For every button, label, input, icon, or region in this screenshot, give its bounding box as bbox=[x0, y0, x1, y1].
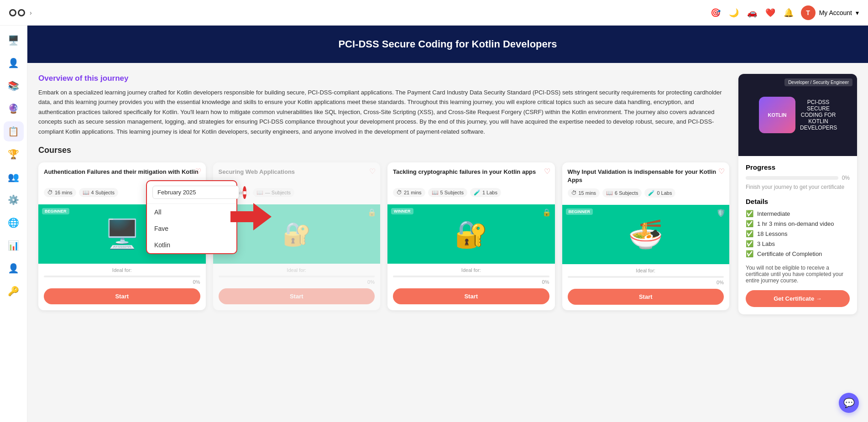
progress-bg-3 bbox=[393, 276, 549, 277]
sidebar: 🖥️ 👤 📚 🔮 📋 🏆 👥 ⚙️ 🌐 📊 👤 🔑 bbox=[0, 26, 27, 325]
logo-circle-left bbox=[9, 9, 16, 16]
favorite-icon-4[interactable]: ♡ bbox=[718, 167, 725, 176]
lock-icon-2: 🔒 bbox=[367, 208, 376, 217]
favorite-icon-1[interactable]: ♡ bbox=[195, 167, 201, 176]
subjects-pill-2: 📖 — Subjects bbox=[253, 188, 294, 197]
progress-bg-2 bbox=[219, 276, 375, 277]
courses-grid: ♡ Authentication Failures and their miti… bbox=[38, 162, 729, 310]
progress-pct-1: 0% bbox=[44, 279, 200, 285]
labs-pill-3: 🧪 1 Labs bbox=[470, 188, 501, 197]
subjects-label-2: — Subjects bbox=[265, 190, 291, 195]
ideal-label-2: Ideal for: bbox=[219, 267, 375, 273]
card-title-3: Tackling cryptographic failures in your … bbox=[393, 168, 549, 184]
moon-icon[interactable]: 🌙 bbox=[728, 7, 740, 19]
dropdown-header: ■ bbox=[147, 181, 236, 204]
hero-title: PCI-DSS Secure Coding for Kotlin Develop… bbox=[338, 38, 557, 50]
sidebar-item-community[interactable]: 👥 bbox=[4, 167, 24, 187]
subjects-pill-4: 📖 6 Subjects bbox=[602, 188, 642, 198]
date-filter-input[interactable] bbox=[152, 186, 239, 199]
sidebar-item-profile[interactable]: 👤 bbox=[4, 53, 24, 73]
account-avatar: T bbox=[801, 5, 816, 20]
filter-option-kotlin[interactable]: Kotlin bbox=[147, 237, 236, 253]
sidebar-item-auth[interactable]: 🔑 bbox=[4, 281, 24, 301]
start-button-1[interactable]: Start bbox=[44, 288, 200, 304]
card-title-2: Securing Web Applications bbox=[219, 168, 375, 184]
sidebar-item-dashboard[interactable]: 🖥️ bbox=[4, 30, 24, 50]
lab-icon-4: 🧪 bbox=[648, 190, 655, 196]
filter-option-fave[interactable]: Fave bbox=[147, 220, 236, 237]
detail-item-4: ✅ 3 Labs bbox=[746, 240, 850, 247]
target-icon[interactable]: 🎯 bbox=[710, 7, 722, 19]
panel-hero-tag: Developer / Security Engineer bbox=[784, 78, 852, 86]
ideal-label-4: Ideal for: bbox=[568, 268, 724, 273]
shield-icon-4: 🛡️ bbox=[716, 208, 726, 217]
nav-expand-arrow[interactable]: › bbox=[30, 9, 32, 16]
lock-icon-3: 🔒 bbox=[542, 208, 551, 217]
favorite-icon-3[interactable]: ♡ bbox=[544, 167, 550, 176]
hero-banner: PCI-DSS Secure Coding for Kotlin Develop… bbox=[27, 26, 868, 63]
favorite-icon-2[interactable]: ♡ bbox=[369, 167, 376, 176]
sidebar-item-account[interactable]: 👤 bbox=[4, 258, 24, 278]
close-icon: ■ bbox=[243, 189, 246, 196]
card-illustration-3: 🔐 bbox=[455, 219, 487, 250]
check-icon-1: ✅ bbox=[746, 210, 753, 217]
book-icon-3: 📖 bbox=[432, 189, 439, 196]
detail-item-5: ✅ Certificate of Completion bbox=[746, 250, 850, 257]
progress-pct-4: 0% bbox=[568, 280, 724, 285]
detail-label-5: Certificate of Completion bbox=[757, 250, 822, 257]
book-icon-2: 📖 bbox=[256, 189, 263, 196]
card-image-4: BEGINNER 🛡️ 🍜 bbox=[562, 205, 730, 264]
detail-label-3: 18 Lessons bbox=[757, 230, 788, 237]
card-image-3: WINNER 🔒 🔐 bbox=[387, 204, 555, 264]
card-bottom-4: Ideal for: 0% Start bbox=[562, 264, 730, 310]
car-icon[interactable]: 🚗 bbox=[746, 7, 758, 19]
overview-heading: Overview of this journey bbox=[38, 74, 729, 83]
kotlin-logo: KOTLIN bbox=[759, 97, 795, 133]
clock-icon: ⏱ bbox=[47, 189, 53, 196]
clock-icon-4: ⏱ bbox=[571, 190, 577, 196]
details-title: Details bbox=[746, 198, 850, 205]
courses-title: Courses bbox=[38, 146, 729, 155]
labs-pill-4: 🧪 0 Labs bbox=[644, 188, 675, 198]
ideal-label-3: Ideal for: bbox=[393, 267, 549, 273]
start-button-2[interactable]: Start bbox=[219, 288, 375, 304]
sidebar-item-network[interactable]: 🌐 bbox=[4, 213, 24, 233]
card-meta-2: ⏱ — mins 📖 — Subjects bbox=[219, 188, 375, 197]
panel-course-title: PCI-DSS SECURE CODING FOR KOTLIN DEVELOP… bbox=[800, 99, 837, 131]
get-certificate-button[interactable]: Get Certificate → bbox=[746, 290, 850, 307]
account-label: My Account bbox=[819, 9, 852, 16]
detail-label-1: Intermediate bbox=[757, 210, 790, 217]
card-meta-4: ⏱ 15 mins 📖 6 Subjects 🧪 0 Labs bbox=[568, 188, 724, 198]
filter-dropdown: ■ All Fave Kotlin bbox=[146, 180, 237, 254]
progress-title: Progress bbox=[746, 163, 850, 171]
right-panel: Developer / Security Engineer KOTLIN PCI… bbox=[738, 74, 857, 314]
sidebar-item-courses[interactable]: 📚 bbox=[4, 76, 24, 96]
course-card-2: ♡ Securing Web Applications ⏱ — mins 📖 —… bbox=[213, 162, 381, 310]
duration-label-3: 21 mins bbox=[404, 190, 422, 195]
ideal-label-1: Ideal for: bbox=[44, 267, 200, 273]
panel-body: Progress 0% Finish your journey to get y… bbox=[738, 156, 857, 314]
sidebar-item-settings[interactable]: ⚙️ bbox=[4, 190, 24, 210]
progress-pct-label: 0% bbox=[842, 175, 850, 181]
sidebar-item-achievements[interactable]: 🏆 bbox=[4, 144, 24, 164]
card-top-4: ♡ Why Input Validation is indispensable … bbox=[562, 162, 730, 204]
badge-winner-3: WINNER bbox=[391, 208, 413, 214]
start-button-3[interactable]: Start bbox=[393, 288, 549, 304]
badge-beginner-4: BEGINNER bbox=[566, 208, 593, 215]
duration-pill-3: ⏱ 21 mins bbox=[393, 188, 425, 197]
detail-item-3: ✅ 18 Lessons bbox=[746, 230, 850, 237]
top-navigation: › 🎯 🌙 🚗 ❤️ 🔔 T My Account ▾ bbox=[0, 0, 868, 26]
subjects-pill-3: 📖 5 Subjects bbox=[428, 188, 467, 197]
heart-icon[interactable]: ❤️ bbox=[764, 7, 776, 19]
sidebar-item-explore[interactable]: 🔮 bbox=[4, 99, 24, 119]
card-bottom-2: Ideal for: 0% Start bbox=[213, 264, 381, 310]
sidebar-item-assignments[interactable]: 📋 bbox=[4, 121, 24, 141]
duration-pill-1: ⏱ 16 mins bbox=[44, 188, 76, 197]
kotlin-label: KOTLIN bbox=[768, 112, 787, 118]
sidebar-item-analytics[interactable]: 📊 bbox=[4, 235, 24, 255]
start-button-4[interactable]: Start bbox=[568, 289, 724, 305]
filter-option-all[interactable]: All bbox=[147, 204, 236, 220]
my-account-menu[interactable]: T My Account ▾ bbox=[801, 5, 859, 20]
right-panel-container: Developer / Security Engineer KOTLIN PCI… bbox=[738, 74, 857, 314]
bell-icon[interactable]: 🔔 bbox=[783, 7, 795, 19]
